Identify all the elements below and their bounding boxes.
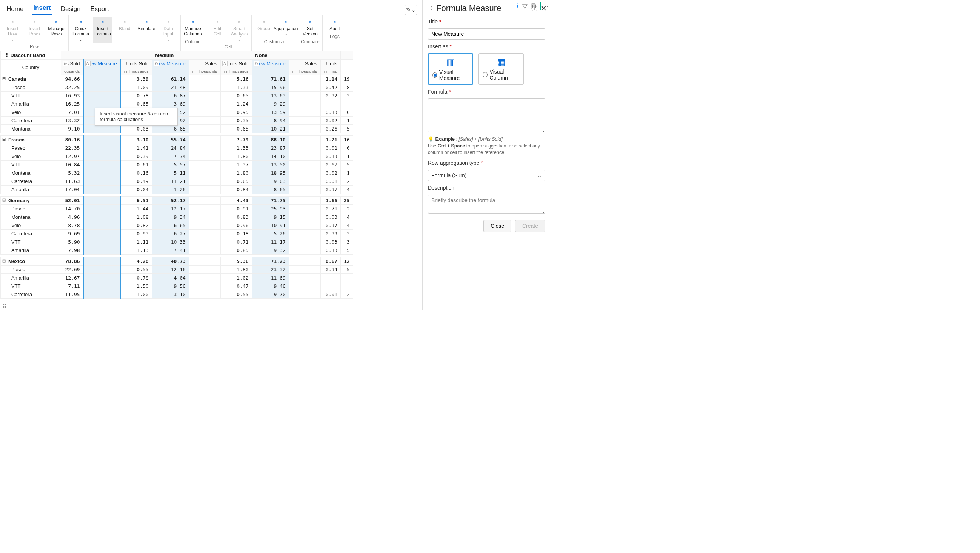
cell[interactable] [189,291,220,299]
cell[interactable]: 1.66 [320,197,341,205]
cell[interactable]: 6.65 [152,221,189,230]
cell[interactable] [83,161,120,169]
cell[interactable]: 8.78 [61,221,83,230]
cell[interactable]: 7.98 [61,246,83,254]
cell[interactable]: 14.70 [61,205,83,213]
cell[interactable]: 2 [341,205,353,213]
cell[interactable] [83,230,120,238]
cell[interactable]: 0.01 [320,177,341,186]
option-visual-measure[interactable]: ▥ Visual Measure [428,53,473,85]
table-row[interactable]: Montana [1,169,61,177]
cell[interactable]: 22.69 [61,265,83,274]
cell[interactable]: 0.65 [120,100,152,108]
ribbon-insert-formula[interactable]: ▫InsertFormula [93,17,113,43]
cell[interactable]: 1.26 [152,186,189,194]
cell[interactable]: 71.61 [252,75,289,83]
cell[interactable]: 0.95 [220,108,252,116]
cell[interactable] [189,169,220,177]
cell[interactable]: 1.33 [220,83,252,92]
table-row[interactable]: Velo [1,108,61,116]
cell[interactable]: 0.67 [320,257,341,265]
cell[interactable]: 5 [341,125,353,133]
cell[interactable]: 17.04 [61,186,83,194]
cell[interactable]: 0.02 [320,116,341,125]
cell[interactable] [289,282,320,291]
cell[interactable] [289,136,320,144]
cell[interactable]: 0.65 [220,177,252,186]
tab-insert[interactable]: Insert [32,3,51,15]
cell[interactable]: 9.29 [252,100,289,108]
cell[interactable]: 32.25 [61,83,83,92]
cell[interactable]: 7.74 [152,153,189,161]
cell[interactable]: 0.34 [320,265,341,274]
cell[interactable]: 1 [341,153,353,161]
cell[interactable] [83,274,120,282]
cell[interactable]: 18.95 [252,169,289,177]
cell[interactable]: 5.32 [61,169,83,177]
cell[interactable]: 78.86 [61,257,83,265]
cell[interactable]: 1.80 [220,169,252,177]
cell[interactable]: 5.57 [152,161,189,169]
cell[interactable]: 0.16 [120,169,152,177]
cell[interactable] [189,265,220,274]
cell[interactable] [289,108,320,116]
cell[interactable]: 0.78 [120,274,152,282]
cell[interactable] [189,153,220,161]
cell[interactable]: 0.39 [320,230,341,238]
cell[interactable]: 1.09 [120,83,152,92]
cell[interactable]: 24.84 [152,144,189,153]
cell[interactable] [341,282,353,291]
table-row[interactable]: VTT [1,238,61,246]
cell[interactable]: 10.84 [61,161,83,169]
cell[interactable] [83,153,120,161]
cell[interactable] [289,125,320,133]
cell[interactable]: 11.69 [252,274,289,282]
cell[interactable]: 1.08 [120,213,152,221]
cell[interactable] [83,83,120,92]
cell[interactable]: 80.16 [61,136,83,144]
cell[interactable]: 8.94 [252,116,289,125]
cell[interactable]: 0 [341,144,353,153]
cell[interactable]: 12.67 [61,274,83,282]
cell[interactable]: 1.50 [120,282,152,291]
aggregation-select[interactable]: Formula (Sum)⌄ [428,170,545,181]
cell[interactable] [83,186,120,194]
cell[interactable]: 0.13 [320,108,341,116]
cell[interactable]: 6.87 [152,92,189,100]
cell[interactable] [189,75,220,83]
cell[interactable]: 7.11 [61,282,83,291]
cell[interactable]: 1 [341,116,353,125]
cell[interactable] [289,169,320,177]
table-row[interactable]: Paseo [1,205,61,213]
cell[interactable]: 1.37 [220,161,252,169]
cell[interactable]: 0.03 [320,213,341,221]
cell[interactable]: 1.11 [120,238,152,246]
cell[interactable]: 0.03 [120,125,152,133]
cell[interactable]: 6.51 [120,197,152,205]
ribbon-set-version[interactable]: ▫SetVersion [301,17,320,38]
cell[interactable] [189,197,220,205]
table-row[interactable]: Montana [1,213,61,221]
cell[interactable]: 3 [341,92,353,100]
cell[interactable]: 0.65 [220,125,252,133]
table-row[interactable]: Amarilla [1,100,61,108]
more-icon[interactable]: ⋯ [540,2,548,10]
cell[interactable]: 12.17 [152,205,189,213]
group-row[interactable]: Germany [1,197,61,205]
cell[interactable]: 6.65 [152,125,189,133]
cell[interactable]: 1.00 [120,291,152,299]
cell[interactable]: 0.65 [220,92,252,100]
cell[interactable]: 0.49 [120,177,152,186]
cell[interactable] [189,125,220,133]
cell[interactable]: 7.41 [152,246,189,254]
cell[interactable]: 11.63 [61,177,83,186]
cell[interactable]: 4 [341,186,353,194]
cell[interactable]: 0.32 [320,92,341,100]
cell[interactable] [83,197,120,205]
cell[interactable]: 0.85 [220,246,252,254]
cell[interactable] [189,177,220,186]
cell[interactable] [289,83,320,92]
cell[interactable] [189,136,220,144]
cell[interactable]: 11.21 [152,177,189,186]
cell[interactable]: 10.33 [152,238,189,246]
